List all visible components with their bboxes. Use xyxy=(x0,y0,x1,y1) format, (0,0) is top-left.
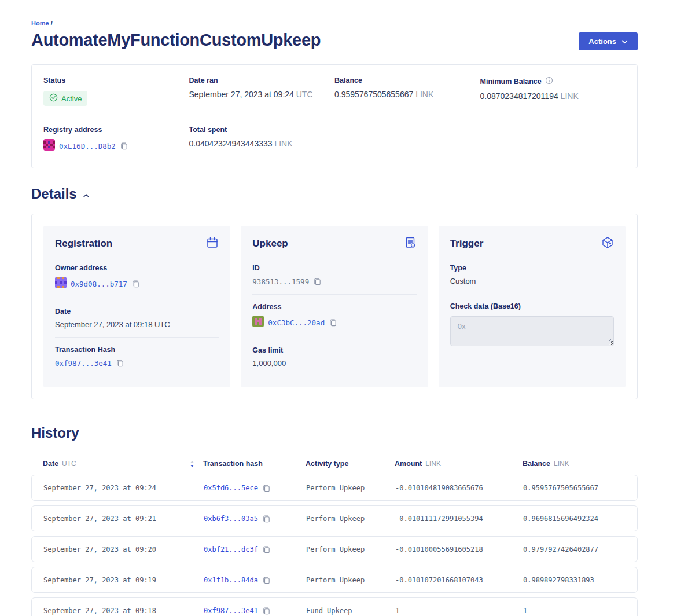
check-circle-icon xyxy=(49,93,58,104)
copy-icon[interactable] xyxy=(262,483,271,493)
row-activity-type: Perform Upkeep xyxy=(306,484,395,492)
summary-card: Status Active Date ran September 27, 202… xyxy=(31,64,638,168)
copy-icon[interactable] xyxy=(262,575,271,585)
owner-address-link[interactable]: 0x9d08...b717 xyxy=(71,280,127,288)
history-heading-label: History xyxy=(31,425,79,441)
chevron-up-icon[interactable] xyxy=(82,193,90,199)
upkeep-id-label: ID xyxy=(252,264,416,272)
copy-icon[interactable] xyxy=(262,606,271,615)
row-activity-type: Fund Upkeep xyxy=(306,607,395,615)
transaction-hash-link[interactable]: 0x1f1b...84da xyxy=(204,576,258,584)
document-gear-icon xyxy=(404,236,417,251)
min-balance-label: Minimum Balance xyxy=(480,78,542,86)
breadcrumb-separator: / xyxy=(51,20,53,27)
row-amount: -0.010111172991055394 xyxy=(395,515,523,523)
row-amount: -0.010100055691605218 xyxy=(395,545,523,553)
upkeep-address-identicon xyxy=(252,316,264,329)
balance-value: 0.9595767505655667 xyxy=(334,90,413,99)
transaction-hash-link[interactable]: 0xf987...3e41 xyxy=(204,607,258,615)
registration-card: Registration Owner address 0x9d08...b717 xyxy=(43,226,230,387)
actions-button-label: Actions xyxy=(588,37,616,46)
row-balance: 0.989892798331893 xyxy=(523,576,637,584)
details-heading-label: Details xyxy=(31,186,77,202)
page: Home / AutomateMyFunctionCustomUpkeep Ac… xyxy=(31,0,638,616)
row-balance: 0.9797927426402877 xyxy=(523,545,637,553)
upkeep-title: Upkeep xyxy=(252,238,288,250)
check-data-field: Check data (Base16) xyxy=(450,294,614,357)
row-activity-type: Perform Upkeep xyxy=(306,545,395,553)
column-header-balance: Balance LINK xyxy=(523,460,638,468)
column-header-date: Date UTC xyxy=(43,460,203,468)
min-balance-suffix: LINK xyxy=(561,91,579,101)
row-date: September 27, 2023 at 09:18 xyxy=(43,607,204,615)
copy-icon[interactable] xyxy=(120,141,128,151)
table-row: September 27, 2023 at 09:21 0xb6f3...03a… xyxy=(31,505,638,531)
copy-icon[interactable] xyxy=(131,279,140,288)
table-row: September 27, 2023 at 09:18 0xf987...3e4… xyxy=(31,597,638,616)
transaction-hash-field: Transaction Hash 0xf987...3e41 xyxy=(55,337,219,376)
page-title: AutomateMyFunctionCustomUpkeep xyxy=(31,31,321,50)
row-activity-type: Perform Upkeep xyxy=(306,515,395,523)
registration-date-label: Date xyxy=(55,307,219,316)
copy-icon[interactable] xyxy=(262,545,271,554)
trigger-type-field: Type Custom xyxy=(450,261,614,294)
balance-field: Balance 0.9595767505655667 LINK xyxy=(334,76,480,106)
row-date: September 27, 2023 at 09:20 xyxy=(43,545,204,553)
column-header-transaction-hash: Transaction hash xyxy=(203,460,306,468)
copy-icon[interactable] xyxy=(116,358,124,368)
transaction-hash-link[interactable]: 0xb6f3...03a5 xyxy=(204,515,258,523)
transaction-hash-link[interactable]: 0xbf21...dc3f xyxy=(204,545,258,553)
upkeep-id-value: 938513...1599 xyxy=(252,277,309,286)
transaction-hash-link[interactable]: 0x5fd6...5ece xyxy=(204,484,258,492)
details-card: Registration Owner address 0x9d08...b717 xyxy=(31,214,638,399)
upkeep-card: Upkeep ID 938513...1599 Address xyxy=(241,226,428,387)
registration-date-field: Date September 27, 2023 at 09:18 UTC xyxy=(55,299,219,337)
transaction-hash-label: Transaction Hash xyxy=(55,346,219,354)
table-row: September 27, 2023 at 09:19 0x1f1b...84d… xyxy=(31,567,638,593)
registration-tx-link[interactable]: 0xf987...3e41 xyxy=(55,359,112,368)
upkeep-address-field: Address 0xC3bC...20ad xyxy=(252,294,416,338)
registry-identicon xyxy=(43,139,55,153)
row-amount: -0.010104819083665676 xyxy=(395,484,523,492)
copy-icon[interactable] xyxy=(313,277,322,286)
check-data-label: Check data (Base16) xyxy=(450,302,614,310)
row-balance: 0.9595767505655667 xyxy=(523,484,637,492)
cube-icon xyxy=(601,236,614,251)
balance-suffix: LINK xyxy=(415,90,433,99)
min-balance-field: Minimum Balance 0.0870234817201194 LINK xyxy=(480,76,626,106)
status-label: Status xyxy=(43,76,189,85)
registration-date-value: September 27, 2023 at 09:18 UTC xyxy=(55,320,219,329)
owner-address-label: Owner address xyxy=(55,264,219,272)
sort-arrows-icon[interactable] xyxy=(189,460,195,468)
top-bar: Home / AutomateMyFunctionCustomUpkeep Ac… xyxy=(31,20,638,50)
breadcrumb-home-link[interactable]: Home xyxy=(31,20,49,27)
column-header-activity-type: Activity type xyxy=(306,460,395,468)
date-ran-value: September 27, 2023 at 09:24 xyxy=(189,90,294,99)
upkeep-address-label: Address xyxy=(252,303,416,311)
table-row: September 27, 2023 at 09:24 0x5fd6...5ec… xyxy=(31,475,638,501)
column-header-amount: Amount LINK xyxy=(395,460,523,468)
history-table: Date UTC Transaction hash Activity type … xyxy=(31,460,638,616)
registry-address-link[interactable]: 0xE16D...D8b2 xyxy=(59,142,116,151)
row-date: September 27, 2023 at 09:24 xyxy=(43,484,204,492)
row-balance: 1 xyxy=(523,607,637,615)
date-ran-suffix: UTC xyxy=(296,90,313,99)
gas-limit-value: 1,000,000 xyxy=(252,359,416,368)
check-data-input[interactable] xyxy=(450,316,614,346)
actions-button[interactable]: Actions xyxy=(579,32,638,50)
registry-address-field: Registry address 0xE16D...D8b2 xyxy=(43,126,189,153)
upkeep-address-link[interactable]: 0xC3bC...20ad xyxy=(268,318,325,327)
info-icon[interactable] xyxy=(545,76,553,86)
trigger-title: Trigger xyxy=(450,238,484,250)
trigger-type-value: Custom xyxy=(450,277,614,285)
chevron-down-icon xyxy=(621,37,628,46)
copy-icon[interactable] xyxy=(262,514,271,523)
row-amount: 1 xyxy=(395,607,523,615)
row-amount: -0.010107201668107043 xyxy=(395,576,523,584)
date-ran-field: Date ran September 27, 2023 at 09:24 UTC xyxy=(189,76,335,106)
copy-icon[interactable] xyxy=(329,318,337,327)
upkeep-id-field: ID 938513...1599 xyxy=(252,261,416,294)
gas-limit-label: Gas limit xyxy=(252,346,416,354)
row-activity-type: Perform Upkeep xyxy=(306,576,395,584)
row-balance: 0.9696815696492324 xyxy=(523,515,637,523)
